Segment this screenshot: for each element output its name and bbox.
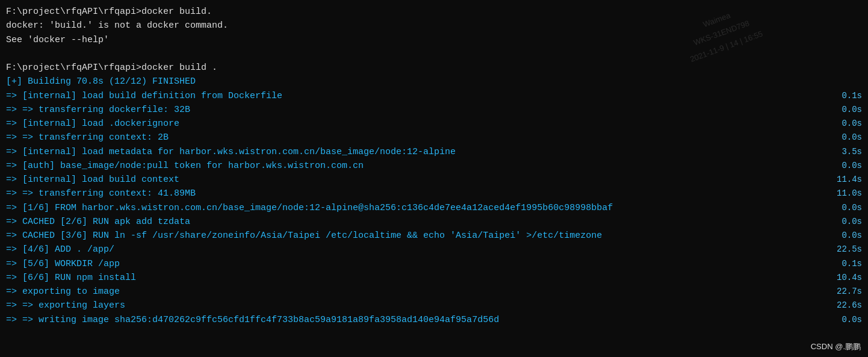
line-text: See 'docker --help' xyxy=(6,33,862,47)
line-time: 0.0s xyxy=(829,131,862,144)
line-text: => => transferring context: 2B xyxy=(6,131,823,144)
terminal-line-cached: => CACHED [2/6] RUN apk add tzdata 0.0s xyxy=(6,215,862,229)
csdn-badge: CSDN @.鹏鹏 xyxy=(811,341,861,352)
line-text: [+] Building 70.8s (12/12) FINISHED xyxy=(6,75,862,88)
line-time: 0.1s xyxy=(829,258,862,271)
line-time: 10.4s xyxy=(829,272,862,285)
line-text: => => writing image sha256:d470262c9ffc5… xyxy=(6,313,823,327)
line-text: => [auth] base_image/node:pull token for… xyxy=(6,159,823,173)
line-time: 0.1s xyxy=(829,90,862,103)
line-text: => [4/6] ADD . /app/ xyxy=(6,243,823,256)
terminal-line: => [4/6] ADD . /app/ 22.5s xyxy=(6,243,862,256)
line-text: => [5/6] WORKDIR /app xyxy=(6,257,823,271)
terminal-line: => [5/6] WORKDIR /app 0.1s xyxy=(6,257,862,271)
line-text: F:\project\rfqAPI\rfqapi>docker build. xyxy=(6,5,862,19)
terminal-line: => => exporting layers 22.6s xyxy=(6,299,862,312)
terminal-line: => [6/6] RUN npm install 10.4s xyxy=(6,271,862,285)
terminal-line: => => transferring context: 2B 0.0s xyxy=(6,131,862,144)
line-time: 0.0s xyxy=(829,229,862,243)
terminal-line: docker: 'build.' is not a docker command… xyxy=(6,19,862,33)
line-text: F:\project\rfqAPI\rfqapi>docker build . xyxy=(6,61,862,75)
terminal-line: => [1/6] FROM harbor.wks.wistron.com.cn/… xyxy=(6,201,862,215)
line-time: 3.5s xyxy=(829,146,862,159)
line-text: docker: 'build.' is not a docker command… xyxy=(6,19,862,33)
terminal-line: => => transferring context: 41.89MB 11.0… xyxy=(6,187,862,200)
terminal-line: See 'docker --help' xyxy=(6,33,862,47)
line-text: => CACHED [3/6] RUN ln -sf /usr/share/zo… xyxy=(6,229,823,243)
terminal-line: => [internal] load build context 11.4s xyxy=(6,173,862,187)
line-text: => CACHED [2/6] RUN apk add tzdata xyxy=(6,215,823,229)
line-time: 11.4s xyxy=(829,173,862,187)
line-text: => => transferring dockerfile: 32B xyxy=(6,103,823,117)
terminal-line: F:\project\rfqAPI\rfqapi>docker build . xyxy=(6,61,862,75)
terminal-line xyxy=(6,47,862,61)
terminal-line: => => writing image sha256:d470262c9ffc5… xyxy=(6,313,862,327)
line-text: => => exporting layers xyxy=(6,299,823,312)
line-text: => [6/6] RUN npm install xyxy=(6,271,823,285)
line-text: => [internal] load build context xyxy=(6,173,823,187)
line-text: => exporting to image xyxy=(6,285,823,299)
terminal-line: => [auth] base_image/node:pull token for… xyxy=(6,159,862,173)
line-time: 0.0s xyxy=(829,216,862,229)
line-time: 0.0s xyxy=(829,117,862,131)
terminal-line-building: [+] Building 70.8s (12/12) FINISHED xyxy=(6,75,862,88)
line-time: 22.7s xyxy=(829,285,862,299)
terminal-line: => => transferring dockerfile: 32B 0.0s xyxy=(6,103,862,117)
terminal-line: => [internal] load .dockerignore 0.0s xyxy=(6,117,862,131)
terminal-line: => [internal] load build definition from… xyxy=(6,89,862,103)
line-text: => [internal] load metadata for harbor.w… xyxy=(6,145,823,159)
line-time: 22.5s xyxy=(829,243,862,256)
line-text: => [internal] load .dockerignore xyxy=(6,117,823,131)
line-text: => => transferring context: 41.89MB xyxy=(6,187,823,200)
line-time: 0.0s xyxy=(829,104,862,117)
line-text: => [1/6] FROM harbor.wks.wistron.com.cn/… xyxy=(6,201,823,215)
terminal-line-exporting: => exporting to image 22.7s xyxy=(6,285,862,299)
line-text xyxy=(6,47,862,61)
terminal-line: => [internal] load metadata for harbor.w… xyxy=(6,145,862,159)
terminal-line: F:\project\rfqAPI\rfqapi>docker build. xyxy=(6,5,862,19)
line-time: 0.0s xyxy=(829,202,862,215)
terminal: F:\project\rfqAPI\rfqapi>docker build. d… xyxy=(0,0,868,357)
line-time: 22.6s xyxy=(829,299,862,312)
line-time: 0.0s xyxy=(829,314,862,327)
terminal-line-cached: => CACHED [3/6] RUN ln -sf /usr/share/zo… xyxy=(6,229,862,243)
line-text: => [internal] load build definition from… xyxy=(6,89,823,103)
line-time: 0.0s xyxy=(829,160,862,173)
line-time: 11.0s xyxy=(829,187,862,200)
